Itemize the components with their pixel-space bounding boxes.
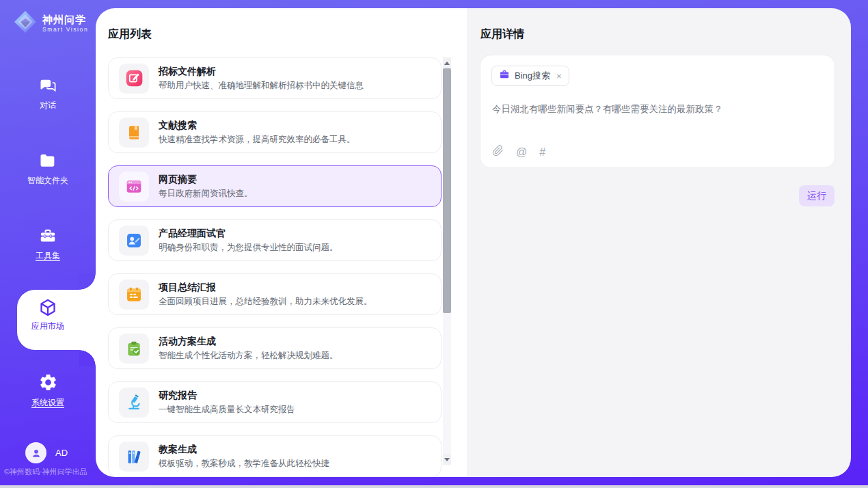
app-desc: 明确身份和职责，为您提供专业性的面试问题。 (159, 243, 338, 253)
diamond-logo-icon (12, 9, 38, 38)
app-list-panel: 应用列表 招标文件解析 帮助用户快速、准确地理解和解析招标书中的关键信息 (96, 8, 467, 477)
gear-icon (0, 372, 96, 392)
main-content: 应用列表 招标文件解析 帮助用户快速、准确地理解和解析招标书中的关键信息 (96, 8, 851, 477)
sidebar-item-settings[interactable]: 系统设置 (0, 372, 96, 409)
toolbox-icon (0, 226, 96, 245)
app-name: 网页摘要 (159, 174, 253, 185)
app-desc: 全面回顾项目进展，总结经验教训，助力未来优化发展。 (159, 297, 372, 307)
sidebar-item-label: 智能文件夹 (27, 175, 68, 187)
pen-square-icon (119, 64, 149, 94)
app-name: 活动方案生成 (159, 336, 338, 347)
app-desc: 帮助用户快速、准确地理解和解析招标书中的关键信息 (159, 81, 364, 91)
avatar (25, 442, 46, 463)
microscope-icon (119, 388, 149, 418)
sidebar-item-toolset[interactable]: 工具集 (0, 226, 96, 262)
app-card-lesson-plan[interactable]: 教案生成 模板驱动，教案秒成，教学准备从此轻松快捷 (108, 435, 442, 477)
app-card-literature-search[interactable]: 文献搜索 快速精准查找学术资源，提高研究效率的必备工具。 (108, 111, 442, 153)
query-text[interactable]: 今日湖北有哪些新闻要点？有哪些需要关注的最新政策？ (492, 103, 824, 115)
user-account[interactable]: AD (25, 442, 68, 463)
app-name: 项目总结汇报 (159, 282, 372, 293)
briefcase-icon (499, 69, 510, 83)
sidebar-item-label: 对话 (40, 100, 56, 111)
sidebar: 神州问学 Smart Vision 对话 智能文件夹 (0, 0, 96, 488)
app-desc: 模板驱动，教案秒成，教学准备从此轻松快捷 (159, 459, 329, 469)
app-desc: 快速精准查找学术资源，提高研究效率的必备工具。 (159, 135, 355, 145)
attachment-toolbar: @ # (492, 145, 545, 159)
app-card-web-summary[interactable]: 网页摘要 每日政府新闻资讯快查。 (108, 165, 442, 207)
scrollbar-up-button[interactable] (443, 57, 451, 68)
app-detail-panel: 应用详情 Bing搜索 × 今日湖北有哪些新闻要点？有哪些需要关注的最新政策？ (467, 8, 851, 477)
triangle-up-icon (444, 62, 450, 65)
sidebar-item-chat[interactable]: 对话 (0, 76, 96, 111)
app-card-research-report[interactable]: 研究报告 一键智能生成高质量长文本研究报告 (108, 381, 442, 423)
resume-person-icon (119, 226, 149, 256)
hash-icon[interactable]: # (539, 146, 545, 158)
app-card-project-summary[interactable]: 项目总结汇报 全面回顾项目进展，总结经验教训，助力未来优化发展。 (108, 273, 442, 315)
app-card-activity-plan[interactable]: 活动方案生成 智能生成个性化活动方案，轻松解决规划难题。 (108, 327, 442, 369)
at-mention-icon[interactable]: @ (516, 146, 527, 158)
chat-icon (0, 76, 96, 95)
cube-icon (0, 297, 96, 318)
sidebar-item-smart-folder[interactable]: 智能文件夹 (0, 151, 96, 187)
app-name: 研究报告 (159, 390, 295, 401)
run-button[interactable]: 运行 (799, 185, 835, 206)
user-initials: AD (55, 448, 68, 458)
app-card-pm-interviewer[interactable]: 产品经理面试官 明确身份和职责，为您提供专业性的面试问题。 (108, 219, 442, 261)
app-desc: 每日政府新闻资讯快查。 (159, 189, 253, 199)
sidebar-item-label: 系统设置 (31, 397, 64, 409)
app-desc: 智能生成个性化活动方案，轻松解决规划难题。 (159, 351, 338, 361)
books-icon (119, 442, 149, 472)
window-bottom-edge (0, 485, 868, 488)
app-name: 招标文件解析 (159, 66, 364, 77)
app-cards: 招标文件解析 帮助用户快速、准确地理解和解析招标书中的关键信息 文献搜索 快速精… (108, 57, 442, 477)
app-list-scrollbar[interactable] (443, 57, 451, 465)
calendar-icon (119, 280, 149, 310)
browser-code-icon (119, 172, 149, 202)
scrollbar-thumb[interactable] (443, 68, 451, 313)
brand-logo: 神州问学 Smart Vision (12, 9, 88, 38)
book-icon (119, 118, 149, 148)
app-desc: 一键智能生成高质量长文本研究报告 (159, 405, 295, 415)
tool-tag-bing-search[interactable]: Bing搜索 × (491, 66, 569, 86)
sidebar-item-label: 应用市场 (31, 321, 64, 332)
brand-subtitle: Smart Vision (42, 26, 88, 33)
app-card-bid-parsing[interactable]: 招标文件解析 帮助用户快速、准确地理解和解析招标书中的关键信息 (108, 57, 442, 99)
brand-name: 神州问学 (42, 14, 88, 26)
scrollbar-down-button[interactable] (443, 454, 451, 465)
tool-tag-label: Bing搜索 (515, 70, 550, 82)
sidebar-item-app-market[interactable]: 应用市场 (0, 297, 96, 332)
app-detail-title: 应用详情 (480, 27, 524, 42)
sidebar-item-label: 工具集 (36, 250, 60, 262)
paperclip-icon[interactable] (492, 145, 504, 159)
pill-fillet-top (79, 273, 96, 290)
prompt-input-card[interactable]: Bing搜索 × 今日湖北有哪些新闻要点？有哪些需要关注的最新政策？ @ # (480, 55, 835, 168)
app-name: 教案生成 (159, 444, 329, 455)
folder-icon (0, 151, 96, 170)
triangle-down-icon (444, 458, 450, 461)
clipboard-check-icon (119, 334, 149, 364)
app-name: 产品经理面试官 (159, 228, 338, 239)
app-list-title: 应用列表 (108, 27, 152, 42)
avatar-icon (30, 447, 42, 459)
pill-fillet-bottom (79, 350, 96, 366)
app-name: 文献搜索 (159, 120, 355, 131)
copyright-footer: ©神州数码·神州问学出品 (4, 467, 87, 477)
close-icon[interactable]: × (556, 71, 562, 81)
